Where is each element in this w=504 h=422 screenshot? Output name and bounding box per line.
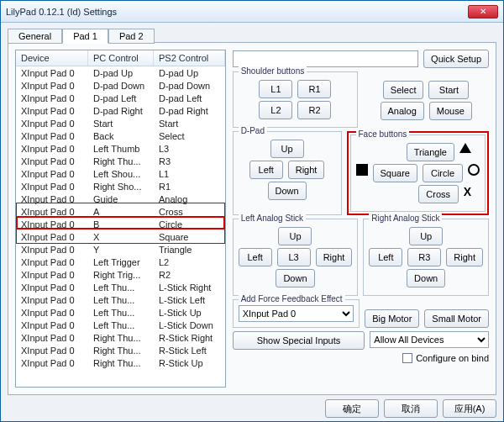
- tab-pad1[interactable]: Pad 1: [62, 29, 108, 44]
- col-device[interactable]: Device: [16, 50, 88, 66]
- table-row[interactable]: XInput Pad 0D-pad UpD-pad Up: [16, 66, 225, 79]
- table-row[interactable]: XInput Pad 0Left Thu...L-Stick Up: [16, 306, 225, 319]
- quick-setup-button[interactable]: Quick Setup: [423, 50, 489, 68]
- device-mode-select[interactable]: Allow All Devices: [370, 331, 489, 348]
- btn-ls-left[interactable]: Left: [239, 248, 272, 266]
- col-pc[interactable]: PC Control: [88, 50, 154, 66]
- table-row[interactable]: XInput Pad 0Right Thu...R-Stick Up: [16, 356, 225, 369]
- table-row[interactable]: XInput Pad 0Right Thu...R-Stick Right: [16, 331, 225, 344]
- table-row[interactable]: XInput Pad 0Right Thu...R-Stick Left: [16, 344, 225, 356]
- tab-pad2[interactable]: Pad 2: [108, 29, 155, 44]
- btn-dpad-down[interactable]: Down: [268, 182, 307, 200]
- tab-page: Device PC Control PS2 Control XInput Pad…: [8, 42, 496, 395]
- btn-rs-down[interactable]: Down: [407, 269, 445, 287]
- btn-big-motor[interactable]: Big Motor: [365, 309, 419, 328]
- square-icon: [356, 164, 368, 176]
- btn-analog[interactable]: Analog: [381, 102, 424, 120]
- settings-window: LilyPad 0.12.1 (Id) Settings ✕ General P…: [0, 0, 504, 422]
- tab-strip: General Pad 1 Pad 2: [8, 28, 496, 43]
- configure-on-bind[interactable]: Configure on bind: [233, 353, 489, 363]
- btn-mouse[interactable]: Mouse: [429, 102, 472, 120]
- table-row[interactable]: XInput Pad 0D-pad DownD-pad Down: [16, 79, 225, 92]
- table-row[interactable]: XInput Pad 0BackSelect: [16, 129, 225, 142]
- titlebar: LilyPad 0.12.1 (Id) Settings ✕: [1, 1, 503, 23]
- list-header: Device PC Control PS2 Control: [16, 50, 225, 66]
- binding-list[interactable]: Device PC Control PS2 Control XInput Pad…: [15, 50, 226, 388]
- table-row[interactable]: XInput Pad 0StartStart: [16, 117, 225, 129]
- table-row[interactable]: XInput Pad 0Left Thu...L-Stick Right: [16, 281, 225, 293]
- triangle-icon: [459, 143, 471, 153]
- tab-general[interactable]: General: [8, 29, 62, 44]
- binding-name-input[interactable]: [233, 50, 418, 67]
- table-row[interactable]: XInput Pad 0GuideAnalog: [16, 193, 225, 205]
- btn-rs-up[interactable]: Up: [409, 227, 443, 245]
- btn-l1[interactable]: L1: [259, 80, 292, 98]
- group-shoulder: Shoulder buttons L1 R1 L2 R2: [233, 71, 359, 128]
- apply-button[interactable]: 应用(A): [443, 399, 496, 418]
- btn-triangle[interactable]: Triangle: [407, 143, 454, 161]
- group-misc: Select Start Analog Mouse: [363, 71, 489, 128]
- table-row[interactable]: XInput Pad 0Left TriggerL2: [16, 256, 225, 268]
- col-ps2[interactable]: PS2 Control: [154, 50, 225, 66]
- btn-rs-right[interactable]: Right: [446, 248, 483, 266]
- checkbox-icon: [402, 353, 412, 363]
- btn-cross[interactable]: Cross: [418, 185, 459, 203]
- btn-dpad-left[interactable]: Left: [249, 161, 283, 179]
- table-row[interactable]: XInput Pad 0Right Thu...R3: [16, 155, 225, 167]
- btn-select[interactable]: Select: [383, 81, 424, 99]
- cross-icon: X: [464, 185, 471, 203]
- table-row[interactable]: XInput Pad 0XSquare: [16, 230, 225, 243]
- btn-square[interactable]: Square: [373, 164, 417, 182]
- dialog-buttons: 确定 取消 应用(A): [325, 399, 496, 418]
- group-dpad: D-Pad Up Left Right Down: [233, 131, 342, 215]
- table-row[interactable]: XInput Pad 0D-pad LeftD-pad Left: [16, 92, 225, 104]
- table-row[interactable]: XInput Pad 0BCircle: [16, 218, 225, 230]
- table-row[interactable]: XInput Pad 0ACross: [16, 205, 225, 218]
- btn-ls-up[interactable]: Up: [278, 227, 312, 245]
- btn-special-inputs[interactable]: Show Special Inputs: [233, 331, 365, 350]
- face-highlight: Face buttons Triangle Square Circle: [347, 131, 489, 215]
- table-row[interactable]: XInput Pad 0Left Shou...L1: [16, 167, 225, 180]
- btn-circle[interactable]: Circle: [423, 164, 463, 182]
- table-row[interactable]: XInput Pad 0Right Trig...R2: [16, 268, 225, 281]
- btn-l2[interactable]: L2: [259, 101, 292, 119]
- ffb-device-select[interactable]: XInput Pad 0: [239, 305, 354, 322]
- close-button[interactable]: ✕: [468, 5, 498, 18]
- btn-start[interactable]: Start: [428, 81, 469, 99]
- table-row[interactable]: XInput Pad 0Left Thu...L-Stick Left: [16, 293, 225, 306]
- btn-dpad-up[interactable]: Up: [270, 140, 304, 158]
- btn-small-motor[interactable]: Small Motor: [424, 309, 489, 328]
- btn-r3[interactable]: R3: [407, 248, 441, 266]
- ok-button[interactable]: 确定: [325, 399, 379, 418]
- btn-ls-right[interactable]: Right: [316, 248, 353, 266]
- btn-rs-left[interactable]: Left: [369, 248, 402, 266]
- btn-ls-down[interactable]: Down: [276, 269, 314, 287]
- btn-r2[interactable]: R2: [297, 101, 331, 119]
- table-row[interactable]: XInput Pad 0YTriangle: [16, 243, 225, 256]
- group-rstick: Right Analog Stick Up Left R3 Right Down: [363, 219, 489, 296]
- btn-r1[interactable]: R1: [297, 80, 331, 98]
- circle-icon: [468, 164, 480, 176]
- table-row[interactable]: XInput Pad 0Right Sho...R1: [16, 180, 225, 193]
- group-lstick: Left Analog Stick Up Left L3 Right Down: [233, 219, 359, 296]
- btn-dpad-right[interactable]: Right: [288, 161, 325, 179]
- group-face: Face buttons Triangle Square Circle: [350, 135, 486, 212]
- cancel-button[interactable]: 取消: [384, 399, 438, 418]
- table-row[interactable]: XInput Pad 0Left Thu...L-Stick Down: [16, 319, 225, 331]
- btn-l3[interactable]: L3: [277, 248, 311, 266]
- window-title: LilyPad 0.12.1 (Id) Settings: [6, 7, 468, 17]
- table-row[interactable]: XInput Pad 0Left ThumbL3: [16, 142, 225, 155]
- group-ffb: Add Force Feedback Effect XInput Pad 0: [233, 299, 360, 328]
- table-row[interactable]: XInput Pad 0D-pad RightD-pad Right: [16, 104, 225, 117]
